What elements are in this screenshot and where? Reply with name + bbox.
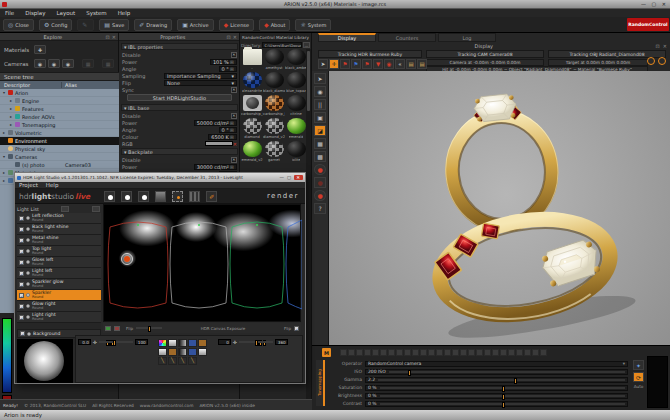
tonemapping-mini-button[interactable] bbox=[484, 349, 491, 356]
tonemapping-mini-button[interactable] bbox=[420, 349, 427, 356]
gamma-slider[interactable] bbox=[378, 379, 625, 381]
tonemapping-mini-button[interactable] bbox=[508, 349, 515, 356]
tree-row[interactable]: Environment bbox=[0, 137, 119, 145]
viewport-tool-button[interactable]: ▣ bbox=[314, 112, 326, 123]
tracking-hdr-select[interactable]: Tracking HDR Burmese Ruby bbox=[318, 50, 422, 58]
hdr-canvas[interactable] bbox=[103, 204, 301, 322]
toolbar-button[interactable]: ◆About bbox=[259, 19, 290, 31]
material-thumbnail[interactable]: carbonship_f_b bbox=[241, 95, 263, 118]
viewport-tool-button[interactable]: ● bbox=[314, 164, 326, 175]
spinner-icon[interactable]: ⊞ bbox=[230, 59, 234, 65]
light-checkbox[interactable]: ✓ bbox=[19, 304, 24, 309]
light-content-mode-button[interactable] bbox=[168, 339, 177, 347]
section-ibl-properties[interactable]: ▾ IBL properties bbox=[121, 43, 238, 50]
tonemapping-mini-button[interactable] bbox=[396, 349, 403, 356]
spinner-icon[interactable]: ⊞ bbox=[230, 127, 234, 133]
canvas-toggle-green-icon[interactable] bbox=[105, 326, 111, 331]
minimize-button[interactable]: — bbox=[641, 1, 648, 7]
add-material-button[interactable]: ✚ bbox=[34, 45, 46, 54]
light-checkbox[interactable]: ✓ bbox=[19, 227, 24, 232]
background-checkbox[interactable]: ✓ bbox=[20, 331, 25, 336]
library-scrollbar-thumb[interactable] bbox=[307, 51, 310, 111]
render-panel-tab[interactable]: Counters bbox=[378, 33, 436, 42]
tonemapping-mini-button[interactable] bbox=[516, 349, 523, 356]
section-backplate[interactable]: ▾ Backplate bbox=[121, 148, 238, 155]
auto-label[interactable]: Auto bbox=[634, 384, 644, 389]
start-hdrlightstudio-button[interactable]: Start HDRLightStudio bbox=[127, 94, 232, 101]
slider-handle[interactable] bbox=[255, 340, 258, 346]
toolbar-button[interactable]: ✎ bbox=[77, 19, 94, 31]
background-preview-sphere[interactable] bbox=[17, 339, 73, 383]
light-list-item[interactable]: ✓SparklerRound bbox=[17, 290, 101, 301]
slider-handle[interactable] bbox=[148, 326, 151, 332]
close-icon[interactable]: ✕ bbox=[663, 43, 667, 49]
menu-item[interactable]: Layout bbox=[57, 10, 76, 16]
spinner-icon[interactable]: ⊞ bbox=[230, 120, 234, 126]
slider-value-box[interactable]: 0.0 bbox=[78, 339, 91, 345]
material-thumbnail[interactable]: amethyst bbox=[263, 49, 285, 72]
canvas-slider[interactable] bbox=[136, 327, 162, 329]
light-list-item[interactable]: ✓Gloss leftRound bbox=[17, 257, 101, 268]
light-content-mode-button[interactable] bbox=[188, 357, 197, 365]
color-gradient-strip[interactable] bbox=[2, 318, 12, 393]
tonemapping-mini-button[interactable] bbox=[348, 349, 355, 356]
spinner-icon[interactable]: ⊞ bbox=[230, 164, 234, 170]
light-checkbox[interactable]: ✓ bbox=[19, 260, 24, 265]
material-thumbnail[interactable]: iolite bbox=[285, 141, 307, 164]
hdrls-maximize-button[interactable]: ▢ bbox=[287, 175, 292, 180]
window-controls[interactable]: — ▢ ✕ bbox=[641, 1, 668, 7]
slider-handle[interactable] bbox=[408, 370, 411, 376]
viewport-tool-button[interactable]: ● bbox=[314, 190, 326, 201]
sampling-select[interactable]: Importance Sampling▾ bbox=[164, 73, 237, 79]
toolbar-button[interactable]: ▤Save bbox=[99, 19, 129, 31]
tonemapping-mini-button[interactable] bbox=[452, 349, 459, 356]
tonemapping-m-button[interactable]: M bbox=[322, 348, 331, 357]
viewport-toolbar-button[interactable]: ▼ bbox=[373, 59, 383, 69]
tree-row[interactable]: ▸Tonemapping bbox=[0, 121, 119, 129]
material-thumbnail[interactable]: black_amber bbox=[285, 49, 307, 72]
tree-row[interactable]: ▾Arion bbox=[0, 89, 119, 97]
light-list-item[interactable]: ✓Left reflectionRound bbox=[17, 213, 101, 224]
toolbar-button[interactable]: ▣Archive bbox=[177, 19, 213, 31]
power-value[interactable]: 30000 cd/m² bbox=[197, 164, 229, 170]
viewport-tool-button[interactable]: ▩ bbox=[314, 151, 326, 162]
saturation-value[interactable]: 0 % bbox=[368, 385, 377, 390]
explore-header[interactable]: Explore⊡✕ bbox=[0, 33, 118, 41]
viewport-toolbar-button[interactable]: ▤ bbox=[406, 59, 416, 69]
iso-slider[interactable] bbox=[389, 371, 625, 373]
light-content-mode-button[interactable] bbox=[198, 339, 207, 347]
viewport-toolbar-button[interactable]: « bbox=[395, 59, 405, 69]
hdrls-toolbar-button[interactable] bbox=[189, 191, 200, 202]
viewport-tool-button[interactable]: ➤ bbox=[314, 73, 326, 84]
sync-checkbox[interactable]: ✕ bbox=[231, 87, 237, 93]
slider-handle[interactable] bbox=[502, 386, 505, 392]
tonemapping-mini-button[interactable] bbox=[428, 349, 435, 356]
spinner-icon[interactable]: ⊞ bbox=[230, 134, 234, 140]
hdrls-toolbar-button[interactable] bbox=[104, 191, 115, 202]
render-viewport[interactable] bbox=[329, 71, 670, 345]
record-icon[interactable] bbox=[658, 57, 666, 65]
light-content-mode-button[interactable] bbox=[178, 357, 187, 365]
tonemapping-mini-button[interactable] bbox=[340, 349, 347, 356]
hdrls-title-bar[interactable]: HDR Light Studio v4.1.201301.71.1042. NF… bbox=[15, 173, 305, 182]
browse-button[interactable]: ... bbox=[303, 42, 310, 48]
slider-handle[interactable] bbox=[502, 394, 505, 400]
tonemapping-mini-button[interactable] bbox=[524, 349, 531, 356]
viewport-toolbar-button[interactable]: ▤ bbox=[417, 59, 427, 69]
tree-row[interactable]: ▸Render AOVs bbox=[0, 113, 119, 121]
viewport-tool-button[interactable]: ◪ bbox=[314, 125, 326, 136]
viewport-toolbar-button[interactable]: ⚑ bbox=[351, 59, 361, 69]
menu-item[interactable]: File bbox=[5, 10, 14, 16]
tone-picker-button[interactable]: ✦ bbox=[633, 360, 644, 370]
tree-row[interactable]: ▸Engine bbox=[0, 97, 119, 105]
light-content-mode-button[interactable] bbox=[188, 348, 197, 356]
light-content-mode-button[interactable] bbox=[178, 348, 187, 356]
toolbar-button[interactable]: ☼System bbox=[295, 19, 331, 31]
light-checkbox[interactable]: ✓ bbox=[19, 238, 24, 243]
light-list-item[interactable]: ✓Sparkler glowRound bbox=[17, 279, 101, 290]
viewport-toolbar-button[interactable]: ➤ bbox=[318, 59, 328, 69]
light-content-mode-button[interactable] bbox=[178, 339, 187, 347]
delete-light-button[interactable] bbox=[92, 206, 100, 212]
light-checkbox[interactable]: ✓ bbox=[19, 271, 24, 276]
close-button[interactable]: ✕ bbox=[662, 1, 668, 7]
